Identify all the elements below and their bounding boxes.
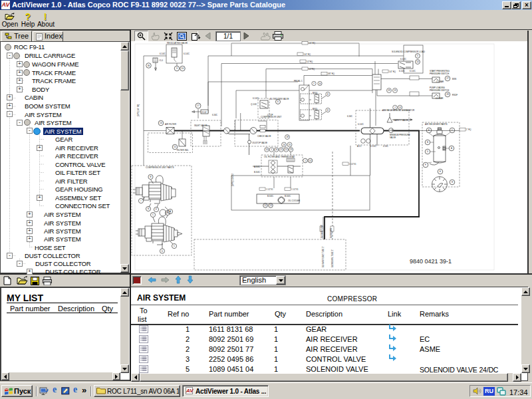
svg-text:OIL COOLER: OIL COOLER xyxy=(288,200,301,202)
svg-text:CHECK VALVE: CHECK VALVE xyxy=(257,135,271,138)
svg-text:RV04: RV04 xyxy=(313,92,317,94)
svg-text:N: N xyxy=(167,211,168,214)
svg-text:A: A xyxy=(451,147,452,150)
svg-text:Q.1/4C: Q.1/4C xyxy=(251,103,257,106)
svg-text:10: 10 xyxy=(265,148,268,151)
svg-text:1 1/2"X1: 1 1/2"X1 xyxy=(349,163,356,166)
svg-text:0.TOP: 0.TOP xyxy=(267,114,273,116)
svg-text:1/2"RQ: 1/2"RQ xyxy=(309,68,315,70)
svg-text:E: E xyxy=(440,170,441,173)
svg-text:A.1C: A.1C xyxy=(357,145,362,148)
svg-text:24: 24 xyxy=(283,144,285,146)
svg-text:19: 19 xyxy=(394,89,396,92)
svg-text:B: B xyxy=(427,141,428,144)
svg-text:27: 27 xyxy=(446,77,449,80)
svg-text:B.3/4C: B.3/4C xyxy=(285,195,291,198)
svg-text:10: 10 xyxy=(416,61,419,63)
svg-text:1/2"RQ: 1/2"RQ xyxy=(307,61,313,63)
svg-text:#1,0: #1,0 xyxy=(159,59,163,62)
svg-text:6.34C: 6.34C xyxy=(212,114,218,116)
svg-text:22: 22 xyxy=(285,148,288,151)
svg-text:1/4" RQ: 1/4" RQ xyxy=(309,42,316,45)
svg-text:BLOWDWN, TUBE 2": BLOWDWN, TUBE 2" xyxy=(331,249,334,267)
svg-text:1 1/2"X1: 1 1/2"X1 xyxy=(266,188,273,191)
svg-text:BLN AIR FLOW, TUBE 2": BLN AIR FLOW, TUBE 2" xyxy=(322,246,325,267)
svg-text:AIR FILTER: AIR FILTER xyxy=(165,123,177,126)
svg-text:1/4" RQ: 1/4" RQ xyxy=(304,53,311,56)
svg-text:8: 8 xyxy=(327,93,329,96)
svg-text:3: 3 xyxy=(176,67,178,70)
svg-text:I: I xyxy=(141,200,142,202)
svg-text:B.3/4C: B.3/4C xyxy=(267,195,274,198)
svg-text:29: 29 xyxy=(388,89,390,92)
svg-text:COMPRESSOR UNIT PARTS: COMPRESSOR UNIT PARTS xyxy=(146,166,174,169)
svg-text:FILTER IND.: FILTER IND. xyxy=(177,149,189,152)
svg-text:6.1/4C: 6.1/4C xyxy=(358,123,364,126)
svg-text:RV05: RV05 xyxy=(313,108,317,110)
svg-text:AIR RECEIVER PARTS: AIR RECEIVER PARTS xyxy=(425,123,448,126)
svg-text:6: 6 xyxy=(277,100,279,103)
svg-text:4-6 BAR: 4-6 BAR xyxy=(436,97,444,100)
svg-text:D: D xyxy=(427,150,429,153)
svg-text:12: 12 xyxy=(264,204,267,207)
svg-text:8: 8 xyxy=(327,109,329,112)
svg-text:BSN: BSN xyxy=(452,78,456,80)
svg-text:OILSTOP VALVE: OILSTOP VALVE xyxy=(252,142,267,144)
svg-text:F: F xyxy=(425,164,426,166)
svg-text:6.1/4C: 6.1/4C xyxy=(410,70,416,72)
svg-text:1: 1 xyxy=(305,160,306,162)
svg-text:C: C xyxy=(174,245,176,247)
svg-text:A.3/4C: A.3/4C xyxy=(254,166,261,168)
svg-text:4.16C: 4.16C xyxy=(383,145,389,148)
svg-text:20: 20 xyxy=(275,148,278,151)
svg-text:15: 15 xyxy=(174,146,176,148)
svg-text:1/4" RQ: 1/4" RQ xyxy=(389,70,396,73)
svg-text:9840 0421 39-1: 9840 0421 39-1 xyxy=(410,258,452,265)
svg-text:PRESSURE SWITCH: PRESSURE SWITCH xyxy=(430,72,449,75)
svg-text:PRESSURE SWITCH: PRESSURE SWITCH xyxy=(430,89,449,92)
svg-text:N: N xyxy=(148,207,149,210)
svg-text:10: 10 xyxy=(182,67,184,70)
svg-text:4.1/4C: 4.1/4C xyxy=(370,145,377,148)
svg-text:10: 10 xyxy=(319,82,321,85)
svg-text:6.1/4C: 6.1/4C xyxy=(400,58,407,61)
svg-text:13: 13 xyxy=(309,160,312,162)
svg-text:[GPS] 1/4" RQ: [GPS] 1/4" RQ xyxy=(137,104,140,116)
svg-text:B: B xyxy=(150,176,151,178)
svg-text:13: 13 xyxy=(399,106,402,109)
svg-text:6.1/4C: 6.1/4C xyxy=(399,70,406,72)
svg-text:C: C xyxy=(152,213,154,216)
svg-text:13: 13 xyxy=(269,204,272,207)
svg-text:22,02: 22,02 xyxy=(201,111,207,114)
svg-text:6.1/4C: 6.1/4C xyxy=(160,53,166,55)
svg-text:1: 1 xyxy=(271,148,272,151)
svg-text:B.3/4C: B.3/4C xyxy=(254,171,261,174)
svg-text:14: 14 xyxy=(160,122,162,124)
svg-text:OIL FILTER AND THERMOSTAT: OIL FILTER AND THERMOSTAT xyxy=(264,156,295,158)
svg-text:7: 7 xyxy=(313,82,315,85)
svg-text:28: 28 xyxy=(446,93,449,96)
svg-text:6.34C: 6.34C xyxy=(347,115,353,118)
svg-text:BLN AIR FLOW: BLN AIR FLOW xyxy=(321,225,323,238)
svg-text:SOLENOID COMPRESSOR LOAD: SOLENOID COMPRESSOR LOAD xyxy=(392,51,426,53)
svg-text:E: E xyxy=(428,129,430,132)
svg-text:6.1/4C: 6.1/4C xyxy=(253,97,259,100)
svg-text:-1,5 BAR: -1,5 BAR xyxy=(436,80,444,83)
svg-text:18: 18 xyxy=(286,136,289,138)
svg-text:PEDAL.C: PEDAL.C xyxy=(294,80,303,82)
svg-text:25: 25 xyxy=(289,144,291,146)
svg-text:SAFETY VALVE: SAFETY VALVE xyxy=(394,119,408,122)
svg-text:36: 36 xyxy=(148,65,150,67)
svg-text:VALVE: VALVE xyxy=(390,136,396,139)
svg-text:F: F xyxy=(156,208,157,211)
svg-text:RSDF: RSDF xyxy=(452,94,458,96)
svg-text:BLOWDOWN VALVE: BLOWDOWN VALVE xyxy=(270,98,289,100)
svg-text:1 1/2"X1: 1 1/2"X1 xyxy=(291,188,299,191)
svg-text:6.1/4C: 6.1/4C xyxy=(184,53,190,55)
svg-text:A: A xyxy=(170,210,171,213)
svg-text:[GPS] 1.1/4"X2: [GPS] 1.1/4"X2 xyxy=(231,174,234,186)
svg-text:BLOWDWN: BLOWDWN xyxy=(330,228,332,238)
svg-text:1" RQ: 1" RQ xyxy=(466,128,471,131)
svg-text:17: 17 xyxy=(197,104,200,107)
svg-text:23: 23 xyxy=(290,148,293,151)
